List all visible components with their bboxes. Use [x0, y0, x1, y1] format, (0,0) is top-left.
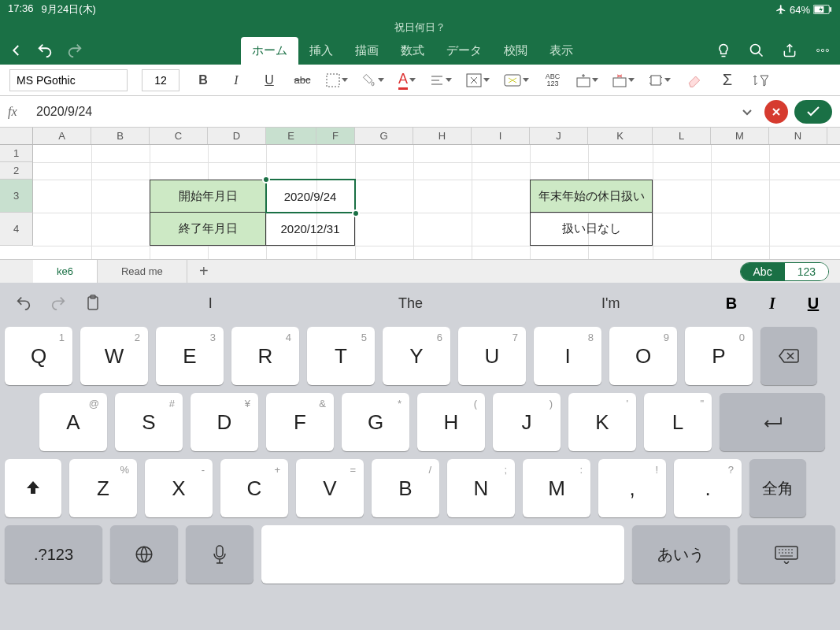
tab-insert[interactable]: 挿入 — [298, 37, 344, 65]
col-header-j[interactable]: J — [530, 128, 588, 144]
col-header-i[interactable]: I — [472, 128, 530, 144]
clear-button[interactable] — [685, 71, 704, 90]
col-header-l[interactable]: L — [653, 128, 711, 144]
key-.[interactable]: ?. — [674, 459, 742, 517]
align-button[interactable] — [430, 73, 452, 87]
number-format-button[interactable] — [504, 73, 529, 87]
select-all-corner[interactable] — [0, 128, 33, 144]
key-i[interactable]: 8I — [534, 327, 601, 385]
kb-redo-icon[interactable] — [46, 291, 71, 316]
suggestion-2[interactable]: The — [315, 295, 505, 312]
keyboard-abc-mode[interactable]: Abc — [741, 263, 785, 280]
cell-c4[interactable]: 終了年月日 — [150, 213, 266, 246]
key-p[interactable]: 0P — [685, 327, 753, 385]
key-x[interactable]: -X — [145, 459, 213, 517]
cell-e4[interactable]: 2020/12/31 — [266, 213, 355, 246]
abc123-button[interactable]: ABC 123 — [543, 71, 562, 90]
col-header-b[interactable]: B — [91, 128, 150, 144]
key-v[interactable]: =V — [296, 459, 364, 517]
add-sheet-button[interactable]: + — [187, 260, 220, 283]
key-h[interactable]: (H — [417, 393, 485, 451]
row-header-3[interactable]: 3 — [0, 180, 33, 213]
key-mic[interactable] — [186, 525, 253, 584]
key-space[interactable] — [261, 525, 624, 584]
font-size-input[interactable]: 12 — [142, 69, 179, 91]
key-q[interactable]: 1Q — [5, 327, 72, 385]
tab-home[interactable]: ホーム — [241, 37, 298, 65]
share-icon[interactable] — [782, 43, 797, 58]
border-button[interactable] — [326, 73, 348, 87]
col-header-c[interactable]: C — [150, 128, 208, 144]
key-o[interactable]: 9O — [609, 327, 677, 385]
sheet-tab-readme[interactable]: Read me — [98, 260, 187, 283]
font-name-input[interactable]: MS PGothic — [9, 69, 128, 91]
key-w[interactable]: 2W — [80, 327, 148, 385]
key-shift[interactable] — [5, 459, 61, 517]
formula-cancel-button[interactable] — [764, 100, 788, 124]
key-dismiss-keyboard[interactable] — [738, 525, 835, 584]
formula-expand-icon[interactable] — [741, 106, 753, 118]
key-d[interactable]: ¥D — [191, 393, 258, 451]
kb-italic[interactable]: I — [757, 295, 788, 313]
row-header-1[interactable]: 1 — [0, 145, 33, 162]
sheet-tab-ke6[interactable]: ke6 — [33, 260, 98, 283]
cell-e3[interactable]: 2020/9/24 — [266, 180, 355, 213]
tab-formula[interactable]: 数式 — [390, 37, 435, 65]
col-header-e[interactable]: E — [266, 128, 316, 144]
kb-undo-icon[interactable] — [11, 291, 36, 316]
bold-button[interactable]: B — [194, 71, 213, 90]
key-l[interactable]: "L — [644, 393, 712, 451]
key-b[interactable]: /B — [372, 459, 439, 517]
col-header-h[interactable]: H — [413, 128, 472, 144]
keyboard-123-mode[interactable]: 123 — [785, 263, 828, 280]
cell-c3[interactable]: 開始年月日 — [150, 180, 266, 213]
key-enter[interactable] — [720, 393, 825, 451]
sort-filter-button[interactable] — [751, 71, 770, 90]
tab-view[interactable]: 表示 — [538, 37, 584, 65]
key-n[interactable]: ;N — [447, 459, 515, 517]
key-u[interactable]: 7U — [458, 327, 526, 385]
key-,[interactable]: !, — [598, 459, 666, 517]
formula-confirm-button[interactable] — [794, 100, 832, 124]
key-j[interactable]: )J — [493, 393, 561, 451]
suggestion-3[interactable]: I'm — [516, 295, 706, 312]
tab-draw[interactable]: 描画 — [344, 37, 390, 65]
col-header-f[interactable]: F — [316, 128, 355, 144]
formula-input[interactable] — [36, 100, 735, 124]
cell-j4[interactable]: 扱い日なし — [530, 213, 653, 246]
cell-j3[interactable]: 年末年始の休日扱い — [530, 180, 653, 213]
col-header-g[interactable]: G — [355, 128, 413, 144]
col-header-a[interactable]: A — [33, 128, 91, 144]
col-header-k[interactable]: K — [588, 128, 653, 144]
undo-icon[interactable] — [36, 42, 54, 59]
key-s[interactable]: #S — [115, 393, 183, 451]
back-icon[interactable] — [9, 43, 24, 57]
row-header-2[interactable]: 2 — [0, 162, 33, 180]
tab-data[interactable]: データ — [435, 37, 493, 65]
format-cells-button[interactable] — [649, 73, 671, 87]
search-icon[interactable] — [749, 43, 764, 58]
key-g[interactable]: *G — [342, 393, 409, 451]
spreadsheet-grid[interactable]: 1 2 3 4 開始年月日 2020/9/24 終了年月日 2020/12/31… — [0, 145, 840, 259]
fill-color-button[interactable] — [362, 73, 384, 87]
key-numsym[interactable]: .?123 — [5, 525, 102, 584]
strikethrough-button[interactable]: abc — [293, 71, 312, 90]
keyboard-mode-toggle[interactable]: Abc 123 — [740, 262, 829, 281]
autosum-button[interactable]: Σ — [718, 71, 737, 90]
key-zenkaku[interactable]: 全角 — [749, 459, 806, 517]
col-header-m[interactable]: M — [711, 128, 769, 144]
kb-underline[interactable]: U — [797, 295, 829, 313]
key-c[interactable]: +C — [220, 459, 288, 517]
merge-button[interactable] — [466, 73, 490, 87]
lightbulb-icon[interactable] — [716, 43, 731, 58]
font-color-button[interactable]: A — [398, 71, 416, 90]
key-y[interactable]: 6Y — [383, 327, 450, 385]
key-e[interactable]: 3E — [156, 327, 224, 385]
key-backspace[interactable] — [760, 327, 817, 385]
key-f[interactable]: &F — [266, 393, 334, 451]
kb-bold[interactable]: B — [716, 295, 747, 313]
tab-review[interactable]: 校閲 — [493, 37, 538, 65]
key-z[interactable]: %Z — [69, 459, 137, 517]
kb-clipboard-icon[interactable] — [80, 291, 105, 316]
suggestion-1[interactable]: I — [115, 295, 305, 312]
